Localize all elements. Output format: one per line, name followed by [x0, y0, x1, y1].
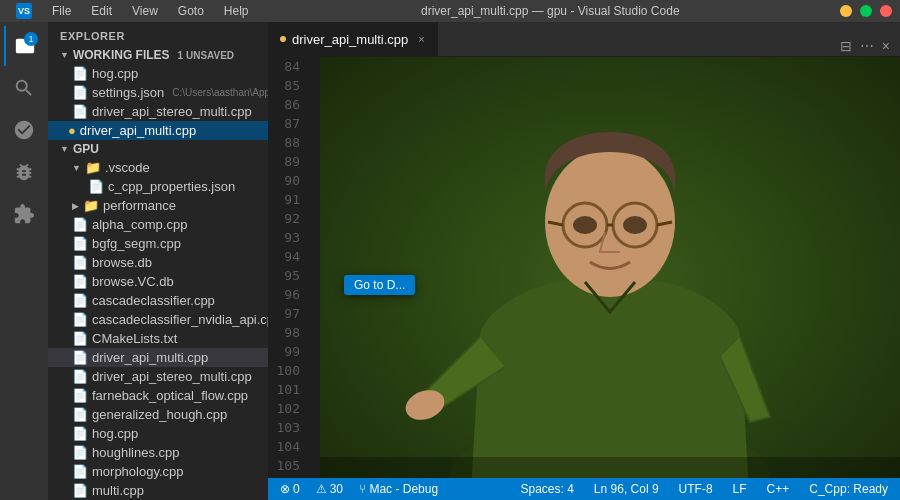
menu-bar: File Edit View Goto Help: [48, 2, 253, 20]
spaces-status[interactable]: Spaces: 4: [516, 482, 577, 496]
file-icon: 📄: [72, 350, 88, 365]
cpp-status[interactable]: C_Cpp: Ready: [805, 482, 892, 496]
svg-point-10: [623, 216, 647, 234]
line-numbers: 84858687 88899091 92939495 96979899 1001…: [268, 57, 308, 478]
close-editor-button[interactable]: ×: [880, 36, 892, 56]
goto-definition-popup[interactable]: Go to D...: [344, 275, 415, 295]
svg-rect-12: [320, 457, 900, 478]
houghlines-file[interactable]: 📄houghlines.cpp: [48, 443, 268, 462]
editor-area: driver_api_multi.cpp × ⊟ ⋯ × 84858687 88…: [268, 22, 900, 500]
folder-icon: 📁: [83, 198, 99, 213]
tab-bar: driver_api_multi.cpp × ⊟ ⋯ ×: [268, 22, 900, 57]
performance-folder[interactable]: ▶ 📁 performance: [48, 196, 268, 215]
cascade-nvidia-file[interactable]: 📄cascadeclassifier_nvidia_api.cpp: [48, 310, 268, 329]
extensions-icon[interactable]: [4, 194, 44, 234]
explorer-header: EXPLORER: [48, 22, 268, 46]
line-ending-status[interactable]: LF: [729, 482, 751, 496]
gpu-arrow: ▼: [60, 144, 69, 154]
error-number: 0: [293, 482, 300, 496]
file-icon: 📄: [72, 483, 88, 498]
perf-arrow: ▶: [72, 201, 79, 211]
menu-goto[interactable]: Goto: [174, 2, 208, 20]
app-icon: VS File Edit View Goto Help: [8, 0, 261, 22]
working-file-settings[interactable]: 📄 settings.json C:\Users\aasthan\AppData…: [48, 83, 268, 102]
folder-icon: 📁: [85, 160, 101, 175]
gen-hough-file[interactable]: 📄generalized_hough.cpp: [48, 405, 268, 424]
working-files-header[interactable]: ▼ WORKING FILES 1 UNSAVED: [48, 46, 268, 64]
file-icon: 📄: [72, 369, 88, 384]
working-file-hog[interactable]: 📄 hog.cpp: [48, 64, 268, 83]
cmake-file[interactable]: 📄CMakeLists.txt: [48, 329, 268, 348]
menu-edit[interactable]: Edit: [87, 2, 116, 20]
warning-number: 30: [330, 482, 343, 496]
statusbar-left: ⊗ 0 ⚠ 30 ⑂ Mac - Debug: [276, 482, 442, 496]
gpu-folder-header[interactable]: ▼ GPU: [48, 140, 268, 158]
file-icon: 📄: [72, 293, 88, 308]
explorer-badge: 1: [24, 32, 38, 46]
menu-file[interactable]: File: [48, 2, 75, 20]
file-icon: 📄: [88, 179, 104, 194]
browse-db-file[interactable]: 📄browse.db: [48, 253, 268, 272]
sidebar: EXPLORER ▼ WORKING FILES 1 UNSAVED 📄 hog…: [48, 22, 268, 500]
split-editor-button[interactable]: ⊟: [838, 36, 854, 56]
unsaved-indicator: [280, 36, 286, 42]
file-icon: 📄: [72, 445, 88, 460]
code-container: 84858687 88899091 92939495 96979899 1001…: [268, 57, 900, 478]
window-title: driver_api_multi.cpp — gpu - Visual Stud…: [261, 4, 840, 18]
browse-vc-file[interactable]: 📄browse.VC.db: [48, 272, 268, 291]
file-icon: 📄: [72, 104, 88, 119]
window-controls: − □ ×: [840, 5, 892, 17]
farneback-file[interactable]: 📄farneback_optical_flow.cpp: [48, 386, 268, 405]
file-icon: 📄: [72, 312, 88, 327]
branch-status[interactable]: ⑂ Mac - Debug: [355, 482, 442, 496]
file-icon: 📄: [72, 85, 88, 100]
working-file-driver-stereo[interactable]: 📄 driver_api_stereo_multi.cpp: [48, 102, 268, 121]
activity-bar: 1: [0, 22, 48, 500]
search-icon[interactable]: [4, 68, 44, 108]
error-icon: ⊗: [280, 482, 290, 496]
multi-file[interactable]: 📄multi.cpp: [48, 481, 268, 500]
editor-actions: ⊟ ⋯ ×: [838, 36, 900, 56]
bgfg-file[interactable]: 📄bgfg_segm.cpp: [48, 234, 268, 253]
vscode-folder[interactable]: ▼ 📁 .vscode: [48, 158, 268, 177]
close-button[interactable]: ×: [880, 5, 892, 17]
menu-help[interactable]: Help: [220, 2, 253, 20]
file-icon: 📄: [72, 407, 88, 422]
vscode-arrow: ▼: [72, 163, 81, 173]
minimize-button[interactable]: −: [840, 5, 852, 17]
menu-view[interactable]: View: [128, 2, 162, 20]
svg-point-9: [573, 216, 597, 234]
maximize-button[interactable]: □: [860, 5, 872, 17]
presenter-overlay: [320, 57, 900, 478]
warning-count[interactable]: ⚠ 30: [312, 482, 347, 496]
c-cpp-props-file[interactable]: 📄 c_cpp_properties.json: [48, 177, 268, 196]
branch-label: Mac - Debug: [369, 482, 438, 496]
more-actions-button[interactable]: ⋯: [858, 36, 876, 56]
alpha-comp-file[interactable]: 📄alpha_comp.cpp: [48, 215, 268, 234]
file-icon: 📄: [72, 331, 88, 346]
file-icon: 📄: [72, 217, 88, 232]
file-icon: 📄: [72, 426, 88, 441]
file-icon: 📄: [72, 236, 88, 251]
language-status[interactable]: C++: [763, 482, 794, 496]
tab-label: driver_api_multi.cpp: [292, 32, 408, 47]
tab-driver-multi[interactable]: driver_api_multi.cpp ×: [268, 22, 438, 56]
driver-stereo-file[interactable]: 📄driver_api_stereo_multi.cpp: [48, 367, 268, 386]
debug-icon[interactable]: [4, 152, 44, 192]
status-bar: ⊗ 0 ⚠ 30 ⑂ Mac - Debug Spaces: 4 Ln 96, …: [268, 478, 900, 500]
explorer-icon[interactable]: 1: [4, 26, 44, 66]
error-count[interactable]: ⊗ 0: [276, 482, 304, 496]
working-file-driver-multi[interactable]: ● driver_api_multi.cpp: [48, 121, 268, 140]
cascade-file[interactable]: 📄cascadeclassifier.cpp: [48, 291, 268, 310]
git-icon[interactable]: [4, 110, 44, 150]
position-status[interactable]: Ln 96, Col 9: [590, 482, 663, 496]
titlebar: VS File Edit View Goto Help driver_api_m…: [0, 0, 900, 22]
working-files-arrow: ▼: [60, 50, 69, 60]
morphology-file[interactable]: 📄morphology.cpp: [48, 462, 268, 481]
hog-file[interactable]: 📄hog.cpp: [48, 424, 268, 443]
file-icon: 📄: [72, 274, 88, 289]
encoding-status[interactable]: UTF-8: [675, 482, 717, 496]
file-icon: 📄: [72, 66, 88, 81]
tab-close-button[interactable]: ×: [418, 33, 424, 45]
driver-multi-file[interactable]: 📄driver_api_multi.cpp: [48, 348, 268, 367]
